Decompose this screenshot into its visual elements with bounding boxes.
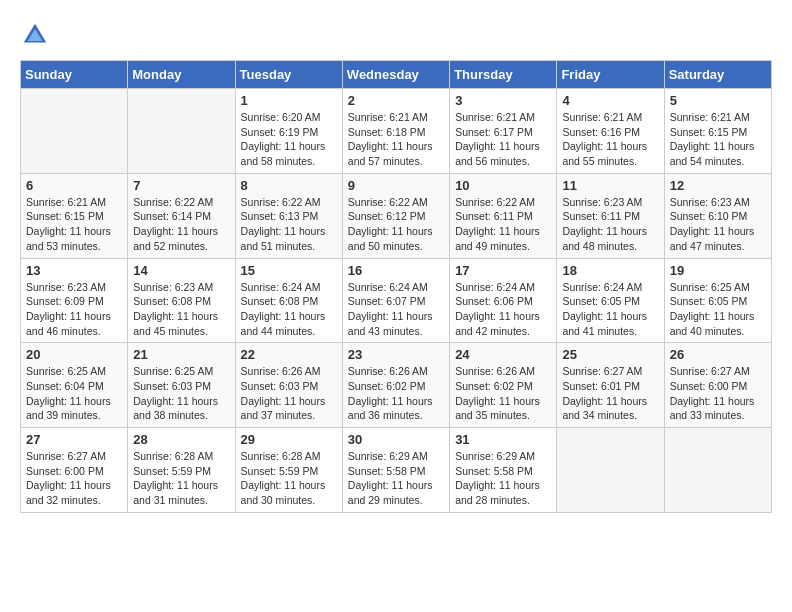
calendar-cell: 14Sunrise: 6:23 AMSunset: 6:08 PMDayligh…	[128, 258, 235, 343]
logo-icon	[20, 20, 50, 50]
weekday-header: Sunday	[21, 61, 128, 89]
weekday-header: Monday	[128, 61, 235, 89]
day-info: Sunrise: 6:27 AMSunset: 6:00 PMDaylight:…	[26, 449, 122, 508]
day-info: Sunrise: 6:25 AMSunset: 6:04 PMDaylight:…	[26, 364, 122, 423]
weekday-header: Tuesday	[235, 61, 342, 89]
day-info: Sunrise: 6:21 AMSunset: 6:15 PMDaylight:…	[26, 195, 122, 254]
day-info: Sunrise: 6:26 AMSunset: 6:02 PMDaylight:…	[455, 364, 551, 423]
day-info: Sunrise: 6:21 AMSunset: 6:15 PMDaylight:…	[670, 110, 766, 169]
day-number: 1	[241, 93, 337, 108]
day-info: Sunrise: 6:23 AMSunset: 6:09 PMDaylight:…	[26, 280, 122, 339]
day-number: 9	[348, 178, 444, 193]
day-number: 18	[562, 263, 658, 278]
calendar-cell: 16Sunrise: 6:24 AMSunset: 6:07 PMDayligh…	[342, 258, 449, 343]
calendar-cell	[21, 89, 128, 174]
calendar-cell: 6Sunrise: 6:21 AMSunset: 6:15 PMDaylight…	[21, 173, 128, 258]
day-number: 5	[670, 93, 766, 108]
day-number: 23	[348, 347, 444, 362]
day-number: 8	[241, 178, 337, 193]
day-info: Sunrise: 6:22 AMSunset: 6:13 PMDaylight:…	[241, 195, 337, 254]
day-info: Sunrise: 6:21 AMSunset: 6:17 PMDaylight:…	[455, 110, 551, 169]
calendar-cell: 21Sunrise: 6:25 AMSunset: 6:03 PMDayligh…	[128, 343, 235, 428]
calendar-week-row: 27Sunrise: 6:27 AMSunset: 6:00 PMDayligh…	[21, 428, 772, 513]
day-info: Sunrise: 6:24 AMSunset: 6:05 PMDaylight:…	[562, 280, 658, 339]
weekday-header: Saturday	[664, 61, 771, 89]
day-number: 28	[133, 432, 229, 447]
day-number: 12	[670, 178, 766, 193]
calendar-cell: 9Sunrise: 6:22 AMSunset: 6:12 PMDaylight…	[342, 173, 449, 258]
calendar-cell: 27Sunrise: 6:27 AMSunset: 6:00 PMDayligh…	[21, 428, 128, 513]
calendar-cell: 2Sunrise: 6:21 AMSunset: 6:18 PMDaylight…	[342, 89, 449, 174]
day-info: Sunrise: 6:23 AMSunset: 6:08 PMDaylight:…	[133, 280, 229, 339]
day-info: Sunrise: 6:22 AMSunset: 6:14 PMDaylight:…	[133, 195, 229, 254]
weekday-header-row: SundayMondayTuesdayWednesdayThursdayFrid…	[21, 61, 772, 89]
day-info: Sunrise: 6:28 AMSunset: 5:59 PMDaylight:…	[241, 449, 337, 508]
day-number: 13	[26, 263, 122, 278]
calendar-cell: 24Sunrise: 6:26 AMSunset: 6:02 PMDayligh…	[450, 343, 557, 428]
page-header	[20, 20, 772, 50]
day-info: Sunrise: 6:22 AMSunset: 6:12 PMDaylight:…	[348, 195, 444, 254]
day-info: Sunrise: 6:25 AMSunset: 6:03 PMDaylight:…	[133, 364, 229, 423]
day-number: 17	[455, 263, 551, 278]
day-info: Sunrise: 6:22 AMSunset: 6:11 PMDaylight:…	[455, 195, 551, 254]
weekday-header: Thursday	[450, 61, 557, 89]
day-number: 27	[26, 432, 122, 447]
day-number: 14	[133, 263, 229, 278]
calendar-cell: 11Sunrise: 6:23 AMSunset: 6:11 PMDayligh…	[557, 173, 664, 258]
day-info: Sunrise: 6:25 AMSunset: 6:05 PMDaylight:…	[670, 280, 766, 339]
day-number: 31	[455, 432, 551, 447]
calendar-cell: 17Sunrise: 6:24 AMSunset: 6:06 PMDayligh…	[450, 258, 557, 343]
calendar-cell	[128, 89, 235, 174]
calendar-cell: 29Sunrise: 6:28 AMSunset: 5:59 PMDayligh…	[235, 428, 342, 513]
calendar-cell: 13Sunrise: 6:23 AMSunset: 6:09 PMDayligh…	[21, 258, 128, 343]
calendar-cell: 7Sunrise: 6:22 AMSunset: 6:14 PMDaylight…	[128, 173, 235, 258]
weekday-header: Friday	[557, 61, 664, 89]
calendar-table: SundayMondayTuesdayWednesdayThursdayFrid…	[20, 60, 772, 513]
day-number: 25	[562, 347, 658, 362]
day-number: 15	[241, 263, 337, 278]
day-info: Sunrise: 6:26 AMSunset: 6:03 PMDaylight:…	[241, 364, 337, 423]
day-info: Sunrise: 6:29 AMSunset: 5:58 PMDaylight:…	[348, 449, 444, 508]
day-info: Sunrise: 6:24 AMSunset: 6:06 PMDaylight:…	[455, 280, 551, 339]
day-info: Sunrise: 6:28 AMSunset: 5:59 PMDaylight:…	[133, 449, 229, 508]
calendar-week-row: 13Sunrise: 6:23 AMSunset: 6:09 PMDayligh…	[21, 258, 772, 343]
calendar-cell: 1Sunrise: 6:20 AMSunset: 6:19 PMDaylight…	[235, 89, 342, 174]
calendar-cell: 20Sunrise: 6:25 AMSunset: 6:04 PMDayligh…	[21, 343, 128, 428]
day-number: 16	[348, 263, 444, 278]
calendar-cell: 8Sunrise: 6:22 AMSunset: 6:13 PMDaylight…	[235, 173, 342, 258]
logo	[20, 20, 54, 50]
calendar-cell: 4Sunrise: 6:21 AMSunset: 6:16 PMDaylight…	[557, 89, 664, 174]
calendar-cell: 25Sunrise: 6:27 AMSunset: 6:01 PMDayligh…	[557, 343, 664, 428]
day-number: 21	[133, 347, 229, 362]
day-number: 22	[241, 347, 337, 362]
day-number: 7	[133, 178, 229, 193]
day-info: Sunrise: 6:23 AMSunset: 6:10 PMDaylight:…	[670, 195, 766, 254]
calendar-cell: 31Sunrise: 6:29 AMSunset: 5:58 PMDayligh…	[450, 428, 557, 513]
calendar-cell: 28Sunrise: 6:28 AMSunset: 5:59 PMDayligh…	[128, 428, 235, 513]
day-number: 29	[241, 432, 337, 447]
calendar-cell: 30Sunrise: 6:29 AMSunset: 5:58 PMDayligh…	[342, 428, 449, 513]
day-info: Sunrise: 6:21 AMSunset: 6:16 PMDaylight:…	[562, 110, 658, 169]
day-info: Sunrise: 6:21 AMSunset: 6:18 PMDaylight:…	[348, 110, 444, 169]
calendar-cell: 12Sunrise: 6:23 AMSunset: 6:10 PMDayligh…	[664, 173, 771, 258]
calendar-cell: 3Sunrise: 6:21 AMSunset: 6:17 PMDaylight…	[450, 89, 557, 174]
calendar-cell: 26Sunrise: 6:27 AMSunset: 6:00 PMDayligh…	[664, 343, 771, 428]
day-number: 30	[348, 432, 444, 447]
day-info: Sunrise: 6:24 AMSunset: 6:08 PMDaylight:…	[241, 280, 337, 339]
day-number: 6	[26, 178, 122, 193]
day-number: 10	[455, 178, 551, 193]
day-number: 26	[670, 347, 766, 362]
day-info: Sunrise: 6:29 AMSunset: 5:58 PMDaylight:…	[455, 449, 551, 508]
day-number: 3	[455, 93, 551, 108]
day-info: Sunrise: 6:26 AMSunset: 6:02 PMDaylight:…	[348, 364, 444, 423]
calendar-cell: 22Sunrise: 6:26 AMSunset: 6:03 PMDayligh…	[235, 343, 342, 428]
day-number: 20	[26, 347, 122, 362]
day-info: Sunrise: 6:20 AMSunset: 6:19 PMDaylight:…	[241, 110, 337, 169]
day-number: 24	[455, 347, 551, 362]
calendar-cell: 18Sunrise: 6:24 AMSunset: 6:05 PMDayligh…	[557, 258, 664, 343]
calendar-cell: 5Sunrise: 6:21 AMSunset: 6:15 PMDaylight…	[664, 89, 771, 174]
day-info: Sunrise: 6:23 AMSunset: 6:11 PMDaylight:…	[562, 195, 658, 254]
calendar-cell	[664, 428, 771, 513]
weekday-header: Wednesday	[342, 61, 449, 89]
calendar-cell: 10Sunrise: 6:22 AMSunset: 6:11 PMDayligh…	[450, 173, 557, 258]
